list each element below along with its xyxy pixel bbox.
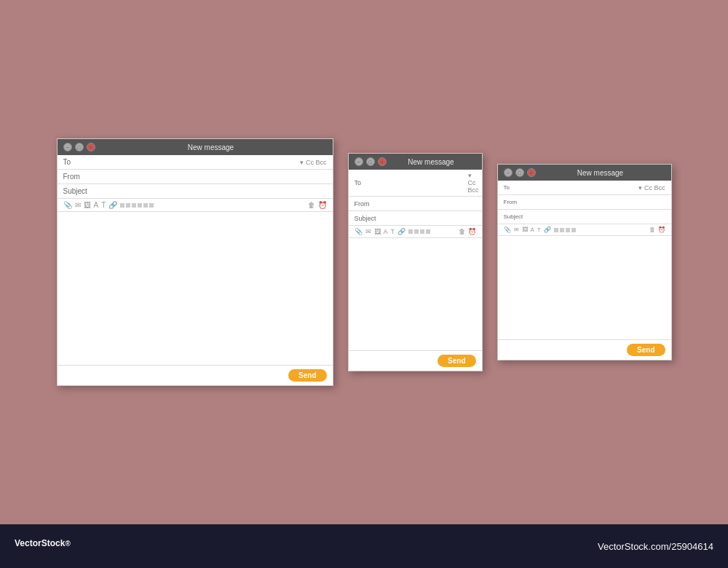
from-label-small: From [504,199,533,205]
to-field-row-small: To ▾ Cc Bcc [498,181,671,195]
link-icon[interactable]: 🔗 [108,201,117,209]
close-button-small[interactable]: × [527,168,536,177]
minimize-button-medium[interactable]: − [355,157,363,166]
image-icon-m[interactable]: 🖼 [374,228,381,235]
window-body-small: To ▾ Cc Bcc From Subject 📎 ✉ 🖼 A T 🔗 [498,181,671,360]
titlebar-medium: − □ × New message [349,154,482,170]
send-button-medium[interactable]: Send [438,355,475,367]
email-window-medium: − □ × New message To ▾ Cc Bcc From Subje… [348,153,483,371]
font-icon-s[interactable]: A [531,226,534,233]
format-dots-m [408,229,430,234]
subject-field-row-small: Subject [498,210,671,224]
footer-url: VectorStock.com/25904614 [598,541,713,552]
attach-icon-m[interactable]: 📎 [355,228,363,235]
to-label-small: To [504,184,533,191]
image-icon-s[interactable]: 🖼 [522,226,528,233]
to-input-small[interactable] [533,184,636,191]
to-field-row-medium: To ▾ Cc Bcc [349,170,482,197]
cc-bcc-medium[interactable]: ▾ Cc Bcc [468,172,479,194]
subject-input-large[interactable] [92,187,327,195]
subject-input-small[interactable] [533,213,665,220]
text-icon[interactable]: T [101,201,106,209]
window-controls-small[interactable]: − □ × [504,168,536,177]
link-icon-s[interactable]: 🔗 [544,226,551,233]
subject-label-small: Subject [504,213,533,220]
footer-bar: VectorStock® VectorStock.com/25904614 [0,524,728,568]
delete-icon-m[interactable]: 🗑 [459,228,465,235]
from-label-large: From [63,173,92,181]
window-footer-small: Send [498,339,671,360]
subject-label-medium: Subject [355,215,384,222]
email-window-small: − □ × New message To ▾ Cc Bcc From Subje… [497,164,672,360]
close-button-large[interactable]: × [87,143,95,151]
send-button-small[interactable]: Send [627,344,665,356]
window-body-medium: To ▾ Cc Bcc From Subject 📎 ✉ 🖼 A T 🔗 [349,170,482,371]
maximize-button-medium[interactable]: □ [366,157,375,166]
image-icon[interactable]: 🖼 [84,201,91,209]
window-footer-medium: Send [349,350,482,371]
brand-symbol: ® [65,540,70,548]
mail-icon-s[interactable]: ✉ [514,226,519,233]
clock-icon-s[interactable]: ⏰ [658,226,665,233]
brand-text: VectorStock [15,538,65,548]
from-input-small[interactable] [533,199,665,205]
window-footer-large: Send [58,365,333,385]
brand-name: VectorStock® [15,538,71,555]
window-controls-medium[interactable]: − □ × [355,157,387,166]
from-input-large[interactable] [92,173,327,181]
email-window-large: − □ × New message To ▾ Cc Bcc From Subje… [57,138,333,386]
clock-icon-m[interactable]: ⏰ [468,228,476,235]
to-field-row-large: To ▾ Cc Bcc [58,155,333,170]
window-controls-large[interactable]: − □ × [63,143,95,151]
format-dots [120,203,154,208]
toolbar-small: 📎 ✉ 🖼 A T 🔗 🗑 ⏰ [498,224,671,236]
delete-icon-s[interactable]: 🗑 [649,226,655,233]
subject-field-row-medium: Subject [349,211,482,226]
maximize-button-large[interactable]: □ [75,143,84,151]
format-dots-s [554,228,576,232]
cc-bcc-small[interactable]: ▾ Cc Bcc [638,184,665,192]
minimize-button-small[interactable]: − [504,168,513,177]
window-title-large: New message [95,143,327,151]
link-icon-m[interactable]: 🔗 [397,228,405,235]
compose-area-large[interactable] [58,212,333,365]
subject-field-row-large: Subject [58,184,333,199]
font-icon[interactable]: A [94,201,99,209]
window-body-large: To ▾ Cc Bcc From Subject 📎 ✉ 🖼 A T 🔗 [58,155,333,385]
subject-input-medium[interactable] [384,215,476,222]
mail-icon[interactable]: ✉ [75,201,81,209]
attach-icon[interactable]: 📎 [63,201,72,209]
titlebar-small: − □ × New message [498,165,671,181]
window-title-medium: New message [387,158,476,166]
maximize-button-small[interactable]: □ [515,168,524,177]
from-label-medium: From [355,200,384,208]
from-input-medium[interactable] [384,200,476,208]
font-icon-m[interactable]: A [384,228,388,235]
from-field-row-large: From [58,170,333,184]
send-button-large[interactable]: Send [288,369,326,382]
from-field-row-medium: From [349,197,482,211]
from-field-row-small: From [498,195,671,210]
window-title-small: New message [536,169,665,177]
toolbar-medium: 📎 ✉ 🖼 A T 🔗 🗑 ⏰ [349,226,482,238]
text-icon-m[interactable]: T [391,228,395,235]
clock-icon[interactable]: ⏰ [318,201,327,209]
compose-area-small[interactable] [498,236,671,339]
titlebar-large: − □ × New message [58,139,333,155]
compose-area-medium[interactable] [349,238,482,350]
cc-bcc-large[interactable]: ▾ Cc Bcc [300,159,326,166]
to-label-large: To [63,158,92,166]
text-icon-s[interactable]: T [537,226,541,233]
toolbar-large: 📎 ✉ 🖼 A T 🔗 🗑 ⏰ [58,199,333,212]
delete-icon[interactable]: 🗑 [308,201,315,209]
to-label-medium: To [355,179,384,186]
to-input-large[interactable] [92,158,298,166]
mail-icon-m[interactable]: ✉ [365,228,371,235]
attach-icon-s[interactable]: 📎 [504,226,511,233]
to-input-medium[interactable] [384,179,465,186]
close-button-medium[interactable]: × [378,157,387,166]
subject-label-large: Subject [63,187,92,195]
main-area: − □ × New message To ▾ Cc Bcc From Subje… [0,0,728,524]
minimize-button-large[interactable]: − [63,143,72,151]
